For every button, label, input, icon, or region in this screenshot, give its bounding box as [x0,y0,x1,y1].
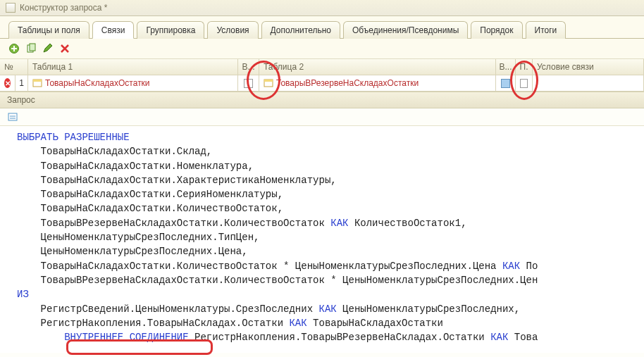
row-index: 1 [16,75,28,91]
row-p[interactable] [516,75,533,91]
tab-totals[interactable]: Итоги [526,21,566,39]
table-row[interactable]: ✕ 1 ТоварыНаСкладахОстатки ТоварыВРезерв… [0,75,644,92]
col-table2[interactable]: Таблица 2 [259,59,496,75]
col-all2[interactable]: В... [496,59,516,75]
query-refresh-icon[interactable] [7,111,18,123]
window-title: Конструктор запроса * [20,3,107,13]
query-text[interactable]: ВЫБРАТЬ РАЗРЕШЕННЫЕ ТоварыНаСкладахОстат… [0,126,644,353]
table-icon [264,78,273,88]
links-toolbar [0,39,644,59]
query-toolbar [0,108,644,126]
tab-additional[interactable]: Дополнительно [261,21,340,39]
kw-from: ИЗ [17,289,29,300]
checkbox-all2[interactable] [501,79,510,88]
tab-conditions[interactable]: Условия [207,21,258,39]
row-all2[interactable] [496,75,516,91]
checkbox-all1[interactable] [244,79,253,88]
row-all1[interactable] [238,75,259,91]
tab-links[interactable]: Связи [92,21,135,39]
kw-select: ВЫБРАТЬ РАЗРЕШЕННЫЕ [17,132,130,143]
row-table1[interactable]: ТоварыНаСкладахОстатки [28,75,238,91]
tab-grouping[interactable]: Группировка [137,21,204,39]
col-condition[interactable]: Условие связи [533,59,644,75]
svg-rect-7 [8,113,17,120]
table1-name: ТоварыНаСкладахОстатки [45,78,150,88]
remove-row-icon[interactable]: ✕ [4,78,11,88]
add-icon[interactable] [8,43,20,54]
row-table2[interactable]: ТоварыВРезервеНаСкладахОстатки [259,75,496,91]
row-delete[interactable]: ✕ [0,75,16,91]
table-icon [32,78,42,88]
app-icon [6,3,16,13]
tab-order[interactable]: Порядок [471,21,522,39]
svg-rect-2 [30,44,35,51]
svg-rect-4 [33,80,42,82]
query-section-label: Запрос [0,92,644,108]
copy-icon[interactable] [25,43,37,54]
tab-tables-fields[interactable]: Таблицы и поля [8,21,89,39]
svg-rect-6 [264,80,273,82]
delete-icon[interactable] [59,43,70,54]
col-number[interactable]: № [0,59,28,75]
col-p[interactable]: П. [516,59,533,75]
tab-strip: Таблицы и поля Связи Группировка Условия… [0,16,644,39]
col-all1[interactable]: В... [238,59,259,75]
edit-icon[interactable] [42,43,54,54]
col-table1[interactable]: Таблица 1 [28,59,238,75]
title-bar: Конструктор запроса * [0,0,644,16]
tab-unions-aliases[interactable]: Объединения/Псевдонимы [343,21,468,39]
grid-header: № Таблица 1 В... Таблица 2 В... П. Услов… [0,59,644,75]
table2-name: ТоварыВРезервеНаСкладахОстатки [276,78,419,88]
checkbox-p[interactable] [520,79,528,88]
row-condition[interactable] [533,75,644,91]
